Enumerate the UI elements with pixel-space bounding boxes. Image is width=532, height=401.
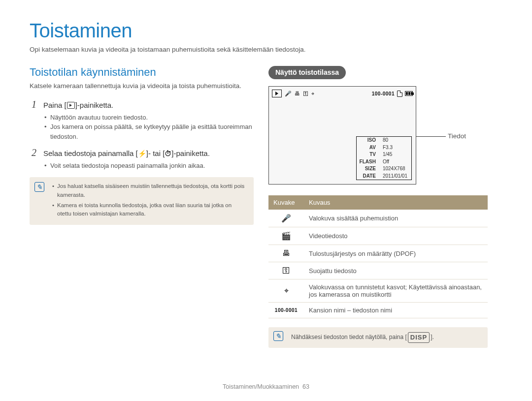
page-title: Toistaminen [30,20,502,42]
note1-item-1: Jos haluat katsella sisäiseen muistiin t… [52,182,247,199]
th-desc: Kuvaus [304,195,488,210]
table-row: 🎬Videotiedosto [268,227,488,245]
left-column: Toistotilan käynnistäminen Katsele kamer… [30,66,254,348]
note-box-left: ✎ Jos haluat katsella sisäiseen muistiin… [30,177,254,225]
step-2-title: Selaa tiedostoja painamalla [⚡]- tai [⏱]… [43,148,254,159]
page-footer: Toistaminen/Muokkaaminen 63 [0,383,532,390]
note-icon: ✎ [34,182,44,192]
note1-item-2: Kamera ei toista kunnolla tiedostoja, jo… [52,201,247,218]
th-icon: Kuvake [268,195,304,210]
icon-desc: Kansion nimi – tiedoston nimi [304,303,488,318]
icon-desc: Suojattu tiedosto [304,262,488,279]
lcd-face-icon: ⌖ [311,91,314,97]
table-row: 🖶Tulostusjärjestys on määrätty (DPOF) [268,245,488,262]
icon-desc: Videotiedosto [304,227,488,245]
page-intro: Opi katselemaan kuvia ja videoita ja toi… [30,46,502,53]
steps-list: Paina []-painiketta. Näyttöön avautuu tu… [30,100,254,171]
lcd-print-icon: 🖶 [295,91,300,96]
callout-label: Tiedot [448,132,466,140]
lcd-voice-icon: 🎤 [285,91,292,97]
note-box-right: ✎ Nähdäksesi tiedoston tiedot näytöllä, … [268,327,488,348]
lcd-play-icon [272,90,282,97]
table-row: 🎤Valokuva sisältää puhemuistion [268,210,488,227]
timer-icon: ⏱ [165,149,171,158]
protected-icon: ⚿ [268,262,304,279]
lcd-info-panel: ISO80 AVF3.3 TV1/45 FLASHOff SIZE1024X76… [356,136,412,180]
video-file-icon: 🎬 [268,227,304,245]
folder-file-label: 100-0001 [268,303,304,318]
callout-line [416,136,446,137]
face-detect-icon: ⌖ [268,279,304,303]
step-1-bullet-2: Jos kamera on poissa päältä, se kytkeyty… [43,122,254,141]
section-heading: Toistotilan käynnistäminen [30,66,254,79]
step-1-title: Paina []-painiketta. [43,100,254,111]
icon-desc: Tulostusjärjestys on määrätty (DPOF) [304,245,488,262]
disp-button-label: DISP [408,332,430,343]
right-column: Näyttö toistotilassa 🎤 🖶 ⚿ ⌖ 100-0001 [268,66,488,348]
play-button-icon [67,102,75,109]
lcd-sd-icon [397,91,402,97]
lcd-file-counter: 100-0001 [372,91,395,96]
playback-display-badge: Näyttö toistotilassa [268,66,346,79]
lcd-mock: 🎤 🖶 ⚿ ⌖ 100-0001 ISO80 AVF3.3 [268,86,416,185]
flash-icon: ⚡ [138,149,146,158]
step-2-bullet-1: Voit selata tiedostoja nopeasti painamal… [43,161,254,171]
print-order-icon: 🖶 [268,245,304,262]
step-1-bullet-1: Näyttöön avautuu tuorein tiedosto. [43,113,254,123]
note-icon: ✎ [273,331,283,341]
voice-memo-icon: 🎤 [268,210,304,227]
lcd-lock-icon: ⚿ [303,91,308,96]
table-row: ⚿Suojattu tiedosto [268,262,488,279]
icon-description-table: Kuvake Kuvaus 🎤Valokuva sisältää puhemui… [268,195,488,318]
icon-desc: Valokuva sisältää puhemuistion [304,210,488,227]
section-subtext: Katsele kameraan tallennettuja kuvia ja … [30,82,254,91]
icon-desc: Valokuvassa on tunnistetut kasvot; Käyte… [304,279,488,303]
table-row: 100-0001Kansion nimi – tiedoston nimi [268,303,488,318]
lcd-battery-icon [405,91,413,96]
table-row: ⌖Valokuvassa on tunnistetut kasvot; Käyt… [268,279,488,303]
